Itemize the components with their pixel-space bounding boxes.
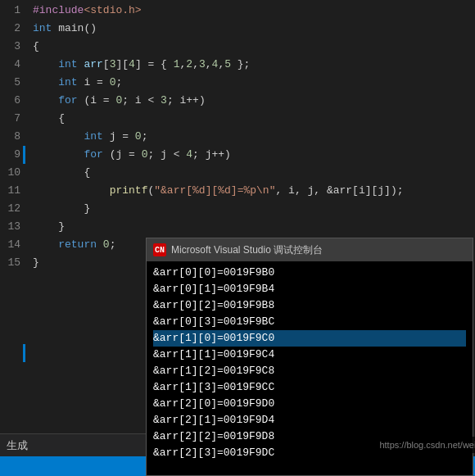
keyword-int-arr: int: [58, 58, 77, 70]
console-output-1: &arr[0][1]=0019F9B4: [153, 281, 466, 297]
code-line-10: {: [33, 164, 475, 182]
console-output-7: &arr[1][3]=0019F9CC: [153, 379, 466, 396]
console-titlebar: CN Microsoft Visual Studio 调试控制台: [147, 238, 473, 261]
watermark: https://blog.csdn.net/weixin_52671417: [292, 437, 475, 453]
console-output-8: &arr[2][0]=0019F9D0: [153, 396, 466, 412]
brace-open: {: [33, 40, 39, 52]
left-indicator-2: [23, 344, 25, 362]
keyword-int: int: [33, 22, 52, 34]
console-icon: CN: [153, 243, 166, 256]
console-output-6: &arr[1][2]=0019F9C8: [153, 363, 466, 379]
code-line-7: {: [33, 110, 475, 128]
left-indicator-1: [23, 146, 25, 164]
arr-var: arr: [78, 58, 103, 70]
console-output-9: &arr[2][1]=0019F9D4: [153, 412, 466, 428]
console-output-2: &arr[0][2]=0019F9B8: [153, 297, 466, 314]
console-window: CN Microsoft Visual Studio 调试控制台 &arr[0]…: [146, 238, 473, 476]
code-line-4: int arr[3][4] = { 1,2,3,4,5 };: [33, 56, 475, 74]
include-file: <stdio.h>: [84, 4, 141, 16]
code-line-11: printf("&arr[%d][%d]=%p\n", i, j, &arr[i…: [33, 182, 475, 200]
console-title: Microsoft Visual Studio 调试控制台: [171, 243, 323, 257]
code-line-5: int i = 0;: [33, 74, 475, 92]
keyword-include: #include: [33, 4, 84, 16]
code-line-2: int main(): [33, 20, 475, 38]
generate-label: 生成: [7, 438, 28, 453]
line-numbers: 1 2 3 4 5 6 7 8 9 10 11 12 13 14 15: [0, 0, 25, 476]
console-body: &arr[0][0]=0019F9B0 &arr[0][1]=0019F9B4 …: [147, 261, 473, 465]
code-line-6: for (i = 0; i < 3; i++): [33, 92, 475, 110]
console-output-5: &arr[1][1]=0019F9C4: [153, 347, 466, 363]
watermark-text: https://blog.csdn.net/weixin_52671417: [379, 440, 475, 450]
console-output-3: &arr[0][3]=0019F9BC: [153, 314, 466, 330]
code-line-13: }: [33, 218, 475, 236]
code-line-9: for (j = 0; j < 4; j++): [33, 146, 475, 164]
code-editor: 1 2 3 4 5 6 7 8 9 10 11 12 13 14 15 #inc…: [0, 0, 475, 476]
code-line-3: {: [33, 38, 475, 56]
generate-bar: 生成: [0, 433, 146, 456]
main-func: main(): [52, 22, 97, 34]
console-output-4: &arr[1][0]=0019F9C0: [153, 330, 466, 347]
code-line-12: }: [33, 200, 475, 218]
code-line-8: int j = 0;: [33, 128, 475, 146]
console-output-0: &arr[0][0]=0019F9B0: [153, 265, 466, 281]
code-line-1: #include<stdio.h>: [33, 2, 475, 20]
